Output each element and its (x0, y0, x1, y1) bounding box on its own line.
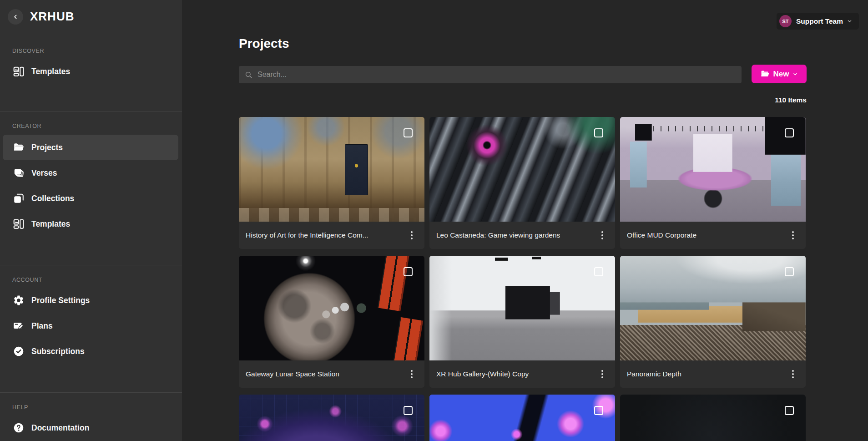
templates-icon (12, 218, 25, 230)
project-thumbnail[interactable] (429, 117, 615, 222)
project-card (429, 395, 615, 441)
card-title-bar: Leo Castaneda: Game viewing gardens (429, 222, 615, 249)
card-title: Gateway Lunar Space Station (246, 370, 339, 378)
divider (0, 38, 182, 38)
user-name: Support Team (796, 17, 843, 25)
card-select-checkbox[interactable] (404, 267, 413, 276)
card-select-checkbox[interactable] (594, 267, 603, 276)
folder-open-icon (12, 142, 25, 154)
kebab-menu-icon[interactable] (405, 360, 418, 388)
sidebar-item-label: Plans (31, 321, 53, 331)
user-menu-button[interactable]: ST Support Team (777, 13, 859, 30)
app-logo: XRHUB (30, 10, 74, 24)
sidebar-item-collections[interactable]: Collections (3, 186, 178, 211)
kebab-menu-icon[interactable] (787, 360, 799, 388)
help-circle-icon (12, 422, 25, 434)
kebab-menu-icon[interactable] (405, 222, 418, 249)
chevron-left-icon (12, 13, 19, 20)
new-button[interactable]: New (752, 65, 807, 83)
card-select-checkbox[interactable] (785, 406, 794, 415)
new-button-label: New (773, 70, 789, 79)
card-title-bar: Office MUD Corporate (620, 222, 806, 249)
project-thumbnail[interactable] (239, 117, 424, 222)
project-thumbnail[interactable] (429, 256, 615, 360)
sidebar-item-verses[interactable]: Verses (3, 160, 178, 186)
card-title: Leo Castaneda: Game viewing gardens (436, 231, 560, 239)
sidebar-item-label: Documentation (31, 423, 89, 433)
card-title: XR Hub Gallery-(White) Copy (436, 370, 529, 378)
collections-icon (12, 193, 25, 205)
project-card (620, 395, 806, 441)
main-content: ST Support Team Projects New 110 Items (182, 0, 868, 441)
card-select-checkbox[interactable] (404, 406, 413, 415)
sidebar-item-label: Profile Settings (31, 296, 90, 305)
kebab-menu-icon[interactable] (596, 222, 609, 249)
sidebar-item-plans[interactable]: Plans (3, 313, 178, 339)
search-bar (239, 66, 742, 83)
project-card: History of Art for the Intelligence Com.… (239, 117, 424, 249)
section-label-discover: DISCOVER (12, 48, 44, 54)
sidebar-item-label: Verses (31, 168, 57, 178)
divider (0, 392, 182, 393)
project-thumbnail[interactable] (239, 395, 424, 441)
sidebar-item-profile-settings[interactable]: Profile Settings (3, 288, 178, 313)
layers-icon (12, 167, 25, 179)
project-card: Leo Castaneda: Game viewing gardens (429, 117, 615, 249)
search-icon (244, 71, 253, 79)
section-label-help: HELP (12, 404, 28, 411)
projects-grid: History of Art for the Intelligence Com.… (239, 117, 807, 441)
project-card: Gateway Lunar Space Station (239, 256, 424, 388)
kebab-menu-icon[interactable] (596, 360, 609, 388)
folder-open-icon (760, 69, 770, 79)
card-title-bar: Gateway Lunar Space Station (239, 360, 424, 388)
card-title-bar: History of Art for the Intelligence Com.… (239, 222, 424, 249)
sidebar-item-label: Templates (31, 219, 70, 229)
page-title: Projects (239, 36, 289, 51)
card-title: Office MUD Corporate (627, 231, 696, 239)
sidebar-item-label: Collections (31, 194, 74, 203)
gear-icon (12, 294, 25, 307)
avatar: ST (779, 15, 792, 27)
card-select-checkbox[interactable] (594, 128, 603, 137)
sidebar-header: XRHUB (0, 0, 182, 38)
project-card (239, 395, 424, 441)
sidebar-item-projects[interactable]: Projects (3, 135, 178, 160)
project-thumbnail[interactable] (239, 256, 424, 360)
collapse-sidebar-button[interactable] (8, 9, 23, 25)
sidebar-item-subscriptions[interactable]: Subscriptions (3, 339, 178, 364)
divider (0, 111, 182, 112)
sidebar-item-label: Subscriptions (31, 347, 85, 356)
sidebar-item-label: Templates (31, 67, 70, 76)
card-title: History of Art for the Intelligence Com.… (246, 231, 368, 239)
kebab-menu-icon[interactable] (787, 222, 799, 249)
sidebar-item-documentation[interactable]: Documentation (3, 415, 178, 441)
section-label-creator: CREATOR (12, 123, 41, 129)
sidebar-item-templates-discover[interactable]: Templates (3, 59, 178, 84)
project-thumbnail[interactable] (620, 117, 806, 222)
section-label-account: ACCOUNT (12, 277, 42, 283)
project-thumbnail[interactable] (620, 256, 806, 360)
divider (0, 265, 182, 265)
card-title-bar: XR Hub Gallery-(White) Copy (429, 360, 615, 388)
items-count: 110 Items (697, 96, 807, 104)
chevron-down-icon (847, 18, 853, 24)
templates-icon (12, 66, 25, 78)
card-select-checkbox[interactable] (404, 128, 413, 137)
sidebar: XRHUB DISCOVER Templates CREATOR Project… (0, 0, 182, 441)
check-circle-icon (12, 345, 25, 358)
sidebar-item-templates-creator[interactable]: Templates (3, 211, 178, 237)
project-card: XR Hub Gallery-(White) Copy (429, 256, 615, 388)
chevron-down-icon (792, 71, 798, 77)
project-thumbnail[interactable] (620, 395, 806, 441)
project-card: Panoramic Depth (620, 256, 806, 388)
project-thumbnail[interactable] (429, 395, 615, 441)
card-select-checkbox[interactable] (785, 267, 794, 276)
search-input[interactable] (257, 71, 736, 79)
card-select-checkbox[interactable] (785, 128, 794, 137)
sidebar-item-label: Projects (31, 143, 63, 152)
card-title: Panoramic Depth (627, 370, 681, 378)
card-select-checkbox[interactable] (594, 406, 603, 415)
card-title-bar: Panoramic Depth (620, 360, 806, 388)
project-card: Office MUD Corporate (620, 117, 806, 249)
card-edit-icon (12, 320, 25, 332)
